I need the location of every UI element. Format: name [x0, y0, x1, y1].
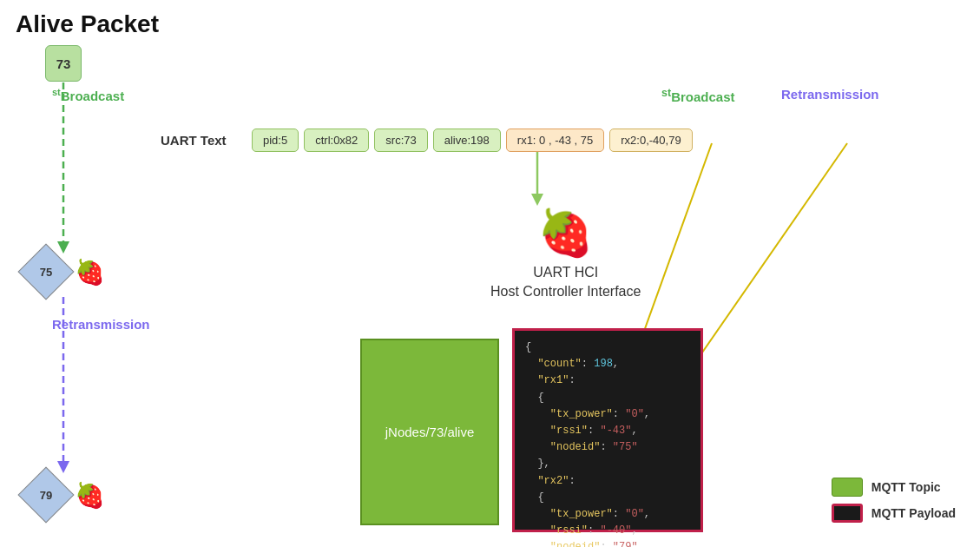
- payload-line-12: "rssi": "-40",: [525, 523, 690, 539]
- broadcast-label-left: stBroadcast: [52, 87, 124, 103]
- uart-text-label: UART Text: [161, 133, 227, 148]
- node-79-area: 79 🍓: [24, 473, 105, 517]
- payload-line-7: "nodeid": "75": [525, 439, 690, 456]
- payload-line-13: "nodeid": "79": [525, 539, 690, 547]
- raspberry-hci-icon: 🍓: [537, 207, 594, 260]
- page-title: Alive Packet: [0, 0, 980, 49]
- legend: MQTT Topic MQTT Payload: [832, 478, 956, 523]
- raspberry-icon-75: 🍓: [75, 258, 105, 287]
- legend-box-red: [832, 504, 863, 523]
- svg-marker-3: [57, 461, 69, 473]
- legend-label-payload: MQTT Payload: [871, 506, 956, 520]
- legend-item-payload: MQTT Payload: [832, 504, 956, 523]
- uart-box-rx2: rx2:0,-40,79: [609, 129, 692, 152]
- retransmission-label-left: Retransmission: [52, 317, 150, 332]
- broadcast-superscript-left: st: [52, 87, 61, 97]
- payload-line-1: {: [525, 339, 690, 356]
- uart-box-pid: pid:5: [252, 129, 299, 152]
- payload-line-9: "rx2":: [525, 473, 690, 490]
- uart-box-src: src:73: [374, 129, 427, 152]
- payload-line-10: {: [525, 490, 690, 506]
- payload-line-4: {: [525, 390, 690, 406]
- node-75-area: 75 🍓: [24, 250, 105, 293]
- legend-item-topic: MQTT Topic: [832, 478, 956, 497]
- payload-line-2: "count": 198,: [525, 356, 690, 372]
- mqtt-payload-box: { "count": 198, "rx1": { "tx_power": "0"…: [512, 328, 703, 532]
- uart-box-rx1: rx1: 0 , -43 , 75: [506, 129, 604, 152]
- raspberry-hci: 🍓 UART HCIHost Controller Interface: [490, 207, 641, 302]
- retransmission-label-right: Retransmission: [781, 87, 879, 102]
- uart-box-ctrl: ctrl:0x82: [304, 129, 369, 152]
- raspberry-icon-79: 🍓: [75, 481, 105, 510]
- payload-line-11: "tx_power": "0",: [525, 506, 690, 523]
- broadcast-superscript-right: st: [661, 87, 671, 99]
- svg-marker-5: [531, 194, 543, 206]
- mqtt-topic-box: jNodes/73/alive: [360, 339, 499, 525]
- uart-boxes: pid:5 ctrl:0x82 src:73 alive:198 rx1: 0 …: [252, 129, 693, 152]
- payload-line-6: "rssi": "-43",: [525, 423, 690, 439]
- node-75-label: 75: [40, 266, 52, 279]
- uart-box-alive: alive:198: [433, 129, 501, 152]
- node-73: 73: [45, 45, 82, 82]
- payload-line-3: "rx1":: [525, 372, 690, 389]
- legend-box-green: [832, 478, 863, 497]
- mqtt-topic-text: jNodes/73/alive: [385, 425, 475, 439]
- broadcast-label-right: stBroadcast: [661, 87, 734, 104]
- payload-line-5: "tx_power": "0",: [525, 406, 690, 423]
- node-79-label: 79: [40, 489, 52, 502]
- legend-label-topic: MQTT Topic: [871, 480, 941, 494]
- hci-label: UART HCIHost Controller Interface: [490, 263, 641, 302]
- payload-line-8: },: [525, 456, 690, 472]
